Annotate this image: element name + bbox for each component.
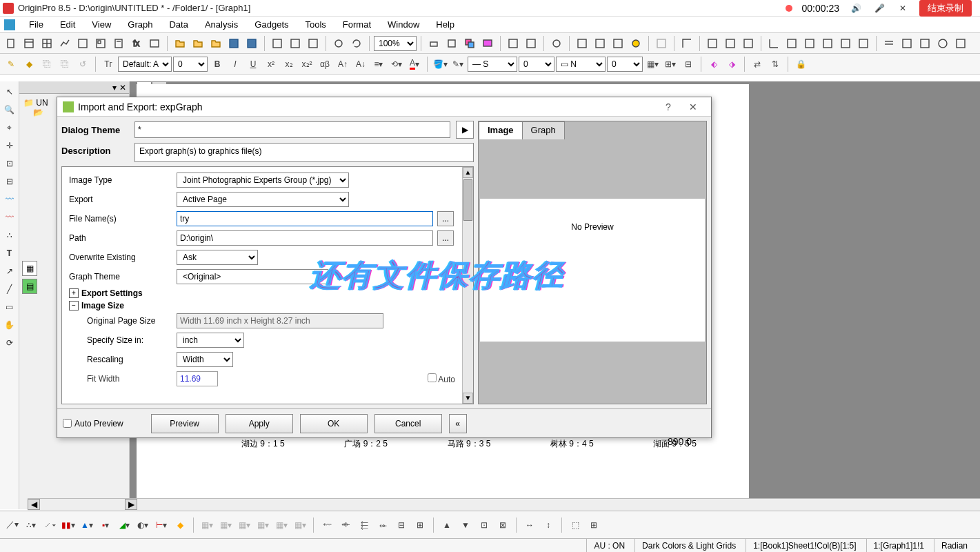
rescale-icon[interactable] [679,35,695,52]
filename-browse-button[interactable]: ... [437,211,454,226]
align-left-icon[interactable]: ⬳ [319,517,335,533]
new-graph-icon[interactable] [57,35,73,52]
layer3-icon[interactable] [740,35,757,52]
align-top-icon[interactable]: ⬱ [356,517,372,533]
recalc-icon[interactable] [330,35,347,52]
preview-tab-graph[interactable]: Graph [522,121,565,139]
underline-icon[interactable]: U [245,56,261,72]
image-size-label[interactable]: Image Size [81,301,124,310]
apply-button[interactable]: Apply [226,414,293,433]
align-icon[interactable]: ≡▾ [370,56,387,72]
increase-font-icon[interactable]: A↑ [334,56,351,72]
menu-view[interactable]: View [83,18,119,31]
scroll-down-icon[interactable]: ▼ [463,393,473,404]
menu-tools[interactable]: Tools [297,18,334,31]
mask-tool-icon[interactable]: ◆ [21,56,37,72]
grid1-icon[interactable] [881,35,897,52]
paste-format-icon[interactable]: ⿻ [57,56,73,72]
new-color-icon[interactable] [505,35,521,52]
menu-data[interactable]: Data [161,18,196,31]
anchor-end-icon[interactable]: ⬗ [723,56,740,72]
grid2-icon[interactable] [899,35,915,52]
horizontal-scrollbar[interactable]: ◀ ▶ [28,498,980,511]
close-panel-icon[interactable]: ✕ [117,83,129,92]
copy-format-icon[interactable]: ⿻ [39,56,55,72]
results-log-icon[interactable] [548,35,565,52]
new-layout-icon[interactable] [92,35,109,52]
save-template-icon[interactable] [243,35,260,52]
rotate-3d-icon[interactable]: ⟳ [2,335,17,351]
align-center-h-icon[interactable]: ⊟ [393,517,410,533]
line-icon[interactable]: ╱ [2,282,17,297]
code-builder-icon[interactable] [574,35,590,52]
add-column-icon[interactable] [653,35,670,52]
fit-width-input[interactable] [177,371,218,386]
slide-show-icon[interactable] [479,35,496,52]
bold-icon[interactable]: B [209,56,226,72]
scroll-thumb[interactable] [463,179,472,221]
align-center-v-icon[interactable]: ⊞ [412,517,428,533]
subscript-icon[interactable]: x₂ [281,56,297,72]
layer1-icon[interactable] [704,35,721,52]
group-icon[interactable]: ⊡ [476,517,492,533]
open-excel-icon[interactable] [208,35,224,52]
template5-icon[interactable]: ▦▾ [273,517,290,533]
cancel-button[interactable]: Cancel [374,414,442,433]
font-size-select[interactable]: 0 [173,57,208,72]
menu-file[interactable]: File [21,18,52,31]
fill-color-icon[interactable]: 🪣▾ [432,56,448,72]
graph-theme-select[interactable]: <Original> [177,269,328,284]
decrease-font-icon[interactable]: A↓ [352,56,369,72]
project-explorer-icon[interactable] [523,35,539,52]
repeat-icon[interactable]: ↺ [74,56,91,72]
path-browse-button[interactable]: ... [437,230,454,246]
anchor-start-icon[interactable]: ⬖ [706,56,722,72]
border-width-select[interactable]: 0 [607,57,643,72]
axis5-icon[interactable] [837,35,854,52]
template2-icon[interactable]: ▦▾ [217,517,234,533]
line-style-select[interactable]: — S [468,57,517,72]
print-preview-icon[interactable] [443,35,460,52]
auto-checkbox[interactable] [428,373,437,382]
new-matrix-icon[interactable] [74,35,91,52]
mic-icon[interactable]: 🎤 [872,1,886,15]
export-select[interactable]: Active Page [177,192,349,207]
stock-plot-icon[interactable]: ◐▾ [134,517,151,533]
open-icon[interactable] [172,35,188,52]
labtalk-icon[interactable] [628,35,644,52]
path-input[interactable] [177,230,433,246]
preview-button[interactable]: Preview [151,414,219,433]
template-icon[interactable] [146,35,163,52]
greek-icon[interactable]: αβ [317,56,333,72]
split-icon[interactable]: ⊟ [680,56,697,72]
rectangle-icon[interactable]: ▭ [2,299,17,315]
extract-icon[interactable]: ⬚ [567,517,583,533]
box-plot-icon[interactable]: ▪▾ [97,517,114,533]
date-icon[interactable] [934,35,951,52]
line-plot-icon[interactable]: ／▾ [4,517,21,533]
script-window-icon[interactable] [592,35,608,52]
import-multi-icon[interactable] [305,35,321,52]
superscript-icon[interactable]: x² [263,56,279,72]
layer2-icon[interactable] [722,35,739,52]
scroll-right-icon[interactable]: ▶ [125,499,137,510]
pie-plot-icon[interactable]: ◢▾ [116,517,132,533]
back-icon[interactable]: ▼ [457,517,474,533]
align-right-icon[interactable]: ⬲ [337,517,354,533]
italic-icon[interactable]: I [227,56,243,72]
mask-range-icon[interactable]: ⊟ [2,174,17,189]
collapse-image-size-icon[interactable]: − [69,301,79,310]
table-icon[interactable] [952,35,969,52]
template6-icon[interactable]: ▦▾ [292,517,308,533]
border-select[interactable]: ▭ N [556,57,606,72]
axis3-icon[interactable] [801,35,818,52]
print-icon[interactable] [426,35,442,52]
legend-icon[interactable] [917,35,933,52]
menu-format[interactable]: Format [334,18,379,31]
dialog-titlebar[interactable]: Import and Export: expGraph ? ✕ [57,97,711,117]
supsub-icon[interactable]: x₂² [299,56,315,72]
text-tool-icon[interactable]: Tг [100,56,117,72]
import-ascii-icon[interactable] [287,35,303,52]
line-scatter-icon[interactable]: ⟋▾ [41,517,58,533]
draw-data-icon[interactable]: 〰 [2,210,17,225]
